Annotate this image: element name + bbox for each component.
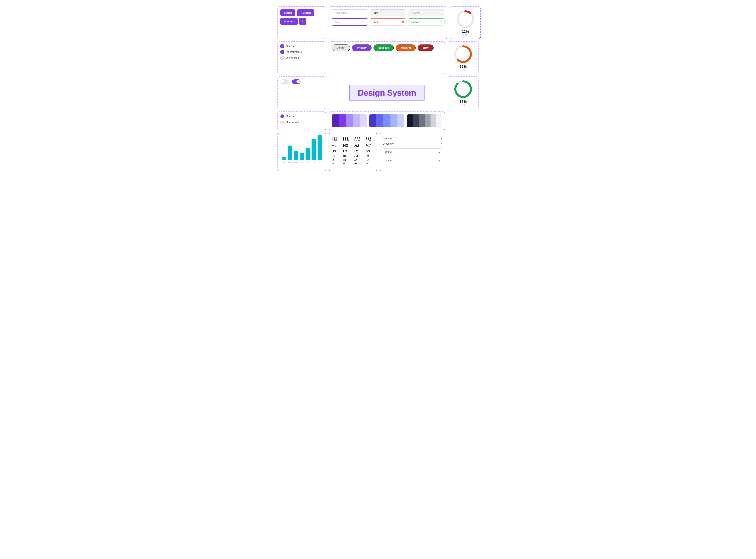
donut-goal-3: Goal: [460, 104, 467, 106]
disabled-input: [408, 9, 444, 16]
purple-swatch-3: [346, 114, 353, 127]
filled-input[interactable]: [370, 9, 406, 16]
h1-bold: H1: [343, 136, 352, 142]
donut-percent-1: 12%: [462, 29, 469, 34]
select-2[interactable]: Select: [383, 157, 442, 164]
select-1[interactable]: Select: [383, 149, 442, 155]
bar-apr: Apr: [300, 153, 304, 163]
select-wrapper-1: Select ∨: [383, 149, 442, 155]
bar-apr-rect: [300, 153, 304, 160]
toggle-off[interactable]: [281, 80, 289, 84]
plus-icon-btn2: +: [301, 12, 302, 14]
h5-normal: H5: [332, 159, 340, 162]
h2-italic: H2: [366, 143, 374, 148]
button-3[interactable]: Button ›: [281, 18, 297, 25]
toggle-on[interactable]: [292, 80, 301, 84]
bar-chart-section: Jan Feb Mar Apr: [277, 133, 326, 171]
donut-chart-3: [453, 80, 473, 99]
spacer-row4: [448, 112, 479, 130]
h1-italic: H1: [366, 136, 374, 142]
h4-bold: H4: [343, 154, 352, 158]
h6-normal: H6: [332, 162, 340, 165]
badge-primary[interactable]: Primary: [352, 44, 372, 51]
dropdowns-section: Dropdown ∨ Dropdown ∨ Select ∨ Select ∨: [380, 133, 445, 171]
success-input[interactable]: [408, 19, 444, 25]
radio-unchecked-item: Unchecked: [281, 120, 323, 124]
h3-italic: H3: [366, 149, 374, 154]
svg-point-5: [455, 81, 471, 97]
error-input-wrapper: ⊗: [370, 18, 406, 26]
h6-bold-italic: H6: [354, 162, 363, 165]
badge-default[interactable]: Default: [332, 44, 350, 51]
bar-jan-rect: [282, 157, 286, 160]
blue-swatch-5: [397, 114, 404, 127]
dropdown-2[interactable]: Dropdown ∨: [383, 141, 442, 146]
button-2-label: Button: [303, 12, 311, 14]
donut-section-1: 12% Goal: [450, 6, 481, 39]
palettes-section: [329, 112, 445, 130]
typography-grid: H1 H1 H1 H1 H2 H2 H2 H2 H3 H3 H3 H3 H4 H…: [332, 136, 374, 165]
dropdown-1[interactable]: Dropdown ∨: [383, 136, 442, 140]
radio-section: ✓ Checked Unchecked: [277, 112, 326, 130]
blue-swatch-2: [376, 114, 383, 127]
h4-normal: H4: [332, 154, 340, 158]
toggle-on-knob: [296, 80, 300, 84]
dropdown-2-chevron: ∨: [440, 142, 442, 145]
success-input-wrapper: ✓: [408, 18, 444, 26]
radio-checked-item: ✓ Checked: [281, 114, 323, 118]
checkbox-unchecked-label: Unchecked: [286, 57, 299, 59]
checkbox-checked-label: Checked: [286, 45, 296, 48]
radio-unchecked[interactable]: [281, 120, 284, 124]
purple-swatch-1: [332, 114, 339, 127]
checkbox-checked-item: ✓ Checked: [281, 44, 323, 48]
badge-warning[interactable]: Warning: [396, 44, 416, 51]
purple-swatch-4: [353, 114, 360, 127]
plus-button[interactable]: +: [299, 18, 306, 25]
bar-apr-label: Apr: [301, 161, 303, 163]
h2-normal: H2: [332, 143, 340, 148]
checkbox-checked[interactable]: ✓: [281, 44, 284, 48]
bar-jun-label: Jun: [312, 161, 315, 163]
button-1[interactable]: Button: [281, 9, 295, 16]
toggle-off-knob: [281, 80, 285, 84]
badge-error[interactable]: Error: [418, 44, 433, 51]
donut-chart-2: [453, 44, 473, 64]
checkbox-unchecked[interactable]: [281, 56, 284, 60]
gray-swatch-1: [407, 114, 413, 127]
buttons-section: Button + Button Button › +: [277, 6, 326, 39]
active-input[interactable]: [332, 18, 368, 26]
plus-icon: +: [302, 20, 304, 23]
purple-swatch-5: [360, 114, 366, 127]
bar-jun: Jun: [312, 139, 316, 163]
checkbox-indeterminate[interactable]: −: [281, 50, 284, 54]
donut-percent-3: 87%: [460, 99, 467, 104]
design-title-text: Design System: [358, 88, 416, 97]
h2-bold: H2: [343, 143, 352, 148]
h3-bold-italic: H3: [354, 149, 363, 154]
h4-italic: H4: [366, 154, 374, 158]
h4-bold-italic: H4: [354, 154, 363, 158]
error-input[interactable]: [370, 19, 406, 25]
badge-success[interactable]: Success: [374, 44, 394, 51]
h1-normal: H1: [332, 136, 340, 142]
error-icon: ⊗: [402, 20, 404, 24]
bar-mar: Mar: [294, 151, 298, 163]
checkboxes-section: ✓ Checked − Indeterminate Unchecked: [277, 42, 326, 74]
success-icon: ✓: [440, 20, 443, 24]
h5-bold-italic: H5: [354, 159, 363, 162]
radio-checked-label: Checked: [286, 115, 296, 118]
h2-bold-italic: H2: [354, 143, 363, 148]
gray-swatch-3: [419, 114, 425, 127]
bar-may: May: [306, 148, 310, 163]
h5-italic: H5: [366, 159, 374, 162]
placeholder-input[interactable]: [332, 9, 368, 16]
bar-feb-label: Feb: [288, 161, 291, 163]
gray-palette: [407, 114, 442, 127]
checkbox-indeterminate-item: − Indeterminate: [281, 50, 323, 54]
radio-checked[interactable]: ✓: [281, 114, 284, 118]
h6-bold: H6: [343, 162, 352, 165]
h1-bold-italic: H1: [354, 136, 363, 142]
checkbox-indeterminate-label: Indeterminate: [286, 50, 302, 53]
blue-palette: [370, 114, 405, 127]
button-2[interactable]: + Button: [297, 9, 314, 16]
